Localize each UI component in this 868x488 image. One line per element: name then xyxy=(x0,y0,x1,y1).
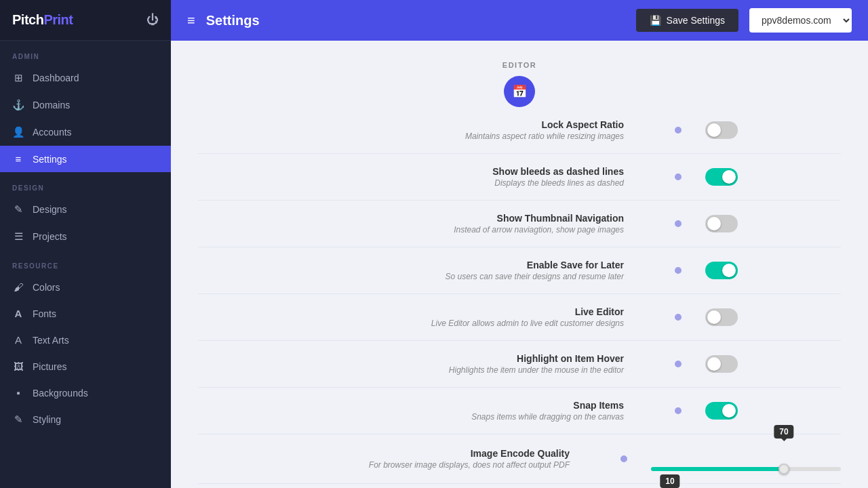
toggle-lock-aspect-ratio[interactable] xyxy=(705,121,738,139)
connector-dot xyxy=(675,407,682,414)
list-icon: ☰ xyxy=(12,230,24,243)
textart-icon: A xyxy=(12,334,24,346)
sidebar-item-label: Colors xyxy=(33,282,60,293)
setting-row-snap-items: Snap Items Snaps items while dragging on… xyxy=(198,388,841,434)
sidebar-item-styling[interactable]: ✎ Styling xyxy=(0,406,171,433)
domain-selector[interactable]: ppv8demos.com xyxy=(749,8,852,33)
save-settings-button[interactable]: 💾 Save Settings xyxy=(636,9,738,32)
sidebar-item-label: Projects xyxy=(33,231,67,242)
sidebar-item-textarts[interactable]: A Text Arts xyxy=(0,327,171,353)
resource-section-label: RESOURCE xyxy=(0,250,171,274)
connector-dot xyxy=(675,220,682,227)
setting-control-show-thumbnail xyxy=(705,215,841,232)
toggle-snap-items[interactable] xyxy=(705,402,738,420)
sidebar-item-label: Accounts xyxy=(33,127,72,138)
setting-row-snap-range: Snap Range Range in pixels for object sn… xyxy=(198,484,841,488)
main-content: EDITOR 📅 Lock Aspect Ratio Maintains asp… xyxy=(171,0,868,488)
sidebar-item-backgrounds[interactable]: ▪ Backgrounds xyxy=(0,380,171,406)
page-title: Settings xyxy=(206,13,260,28)
setting-name-show-bleeds: Show bleeds as dashed lines xyxy=(198,166,624,177)
toggle-highlight-hover[interactable] xyxy=(705,355,738,373)
sidebar-item-domains[interactable]: ⚓ Domains xyxy=(0,92,171,119)
connector-dot xyxy=(675,267,682,274)
power-icon[interactable]: ⏻ xyxy=(146,13,159,27)
sidebar-item-colors[interactable]: 🖌 Colors xyxy=(0,274,171,300)
slider-image-encode-quality[interactable]: 70 xyxy=(651,447,841,471)
setting-name-highlight-hover: Highlight on Item Hover xyxy=(198,353,624,364)
toggle-live-editor[interactable] xyxy=(705,308,738,326)
sidebar-item-accounts[interactable]: 👤 Accounts xyxy=(0,119,171,146)
picture-icon: 🖼 xyxy=(12,361,24,372)
setting-desc-lock-aspect-ratio: Maintains aspect ratio while resizing im… xyxy=(198,131,624,141)
setting-name-live-editor: Live Editor xyxy=(198,306,624,317)
setting-row-live-editor: Live Editor Live Editor allows admin to … xyxy=(198,294,841,341)
admin-section-label: ADMIN xyxy=(0,41,171,64)
slider-tooltip-snap-range: 10 xyxy=(660,474,679,488)
sidebar-item-fonts[interactable]: A Fonts xyxy=(0,300,171,327)
setting-name-show-thumbnail: Show Thumbnail Navigation xyxy=(198,213,624,224)
setting-desc-highlight-hover: Highlights the item under the mouse in t… xyxy=(198,365,624,375)
sidebar-header: PitchPrint ⏻ xyxy=(0,0,171,41)
setting-desc-image-encode-quality: For browser image displays, does not aff… xyxy=(198,460,570,470)
setting-control-live-editor xyxy=(705,308,841,326)
setting-row-show-bleeds: Show bleeds as dashed lines Displays the… xyxy=(198,154,841,201)
setting-row-enable-save-later: Enable Save for Later So users can save … xyxy=(198,247,841,294)
sidebar-item-designs[interactable]: ✎ Designs xyxy=(0,196,171,223)
sidebar-item-label: Fonts xyxy=(33,308,56,319)
sidebar-item-label: Designs xyxy=(33,204,67,215)
setting-desc-snap-items: Snaps items while dragging on the canvas xyxy=(198,412,624,422)
connector-dot xyxy=(675,314,682,321)
grid-icon: ⊞ xyxy=(12,72,24,84)
toggle-enable-save-later[interactable] xyxy=(705,262,738,279)
sidebar-item-dashboard[interactable]: ⊞ Dashboard xyxy=(0,64,171,92)
setting-control-enable-save-later xyxy=(705,262,841,279)
toggle-show-bleeds[interactable] xyxy=(705,168,738,186)
paintbrush-icon: 🖌 xyxy=(12,281,24,293)
sidebar-item-settings[interactable]: ≡ Settings xyxy=(0,146,171,172)
sidebar-item-label: Text Arts xyxy=(33,335,69,346)
setting-desc-show-bleeds: Displays the bleeds lines as dashed xyxy=(198,178,624,188)
setting-row-show-thumbnail: Show Thumbnail Navigation Instead of arr… xyxy=(198,201,841,247)
save-icon: 💾 xyxy=(650,15,661,26)
connector-dot xyxy=(675,361,682,367)
connector-dot xyxy=(620,455,627,462)
topbar-menu-icon: ≡ xyxy=(187,13,195,28)
sidebar-item-pictures[interactable]: 🖼 Pictures xyxy=(0,353,171,380)
user-icon: 👤 xyxy=(12,126,24,138)
slider-tooltip-image-encode-quality: 70 xyxy=(774,425,793,439)
sidebar-item-label: Dashboard xyxy=(33,73,79,83)
settings-icon: ≡ xyxy=(12,153,24,165)
setting-row-highlight-hover: Highlight on Item Hover Highlights the i… xyxy=(198,341,841,388)
editor-icon: 📅 xyxy=(504,76,535,107)
setting-control-image-encode-quality: 70 xyxy=(651,447,841,471)
setting-name-snap-items: Snap Items xyxy=(198,400,624,411)
settings-list: Lock Aspect Ratio Maintains aspect ratio… xyxy=(198,107,841,488)
setting-control-highlight-hover xyxy=(705,355,841,373)
slider-track-image-encode-quality xyxy=(651,467,841,471)
sidebar-item-label: Pictures xyxy=(33,361,67,372)
sidebar-item-label: Settings xyxy=(33,154,67,165)
sidebar-item-projects[interactable]: ☰ Projects xyxy=(0,223,171,250)
setting-desc-live-editor: Live Editor allows admin to live edit cu… xyxy=(198,319,624,328)
sidebar-item-label: Backgrounds xyxy=(33,388,88,399)
setting-name-lock-aspect-ratio: Lock Aspect Ratio xyxy=(198,119,624,130)
styling-icon: ✎ xyxy=(12,413,24,426)
bg-icon: ▪ xyxy=(12,387,24,399)
setting-name-image-encode-quality: Image Encode Quality xyxy=(198,448,570,459)
slider-thumb-image-encode-quality[interactable] xyxy=(778,464,789,474)
setting-desc-enable-save-later: So users can save their designs and resu… xyxy=(198,272,624,281)
topbar: ≡ Settings 💾 Save Settings ppv8demos.com xyxy=(171,0,868,41)
sidebar-item-label: Domains xyxy=(33,100,70,110)
editor-label: EDITOR xyxy=(502,61,536,69)
setting-row-image-encode-quality: Image Encode Quality For browser image d… xyxy=(198,434,841,484)
design-section-label: DESIGN xyxy=(0,172,171,196)
anchor-icon: ⚓ xyxy=(12,99,24,111)
setting-name-enable-save-later: Enable Save for Later xyxy=(198,260,624,270)
setting-control-lock-aspect-ratio xyxy=(705,121,841,139)
setting-row-lock-aspect-ratio: Lock Aspect Ratio Maintains aspect ratio… xyxy=(198,107,841,154)
setting-control-show-bleeds xyxy=(705,168,841,186)
pencil-icon: ✎ xyxy=(12,203,24,216)
sidebar-item-label: Styling xyxy=(33,414,61,425)
toggle-show-thumbnail[interactable] xyxy=(705,215,738,232)
logo: PitchPrint xyxy=(12,12,73,28)
